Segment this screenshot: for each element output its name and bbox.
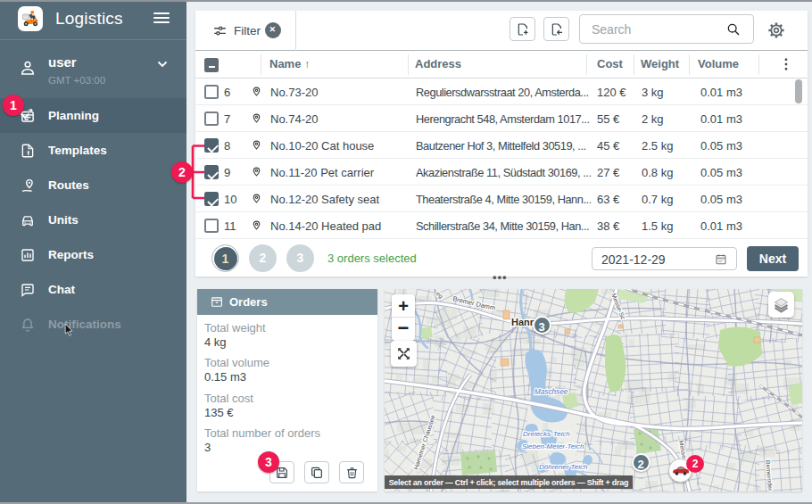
svg-text:Döhrener Teich: Döhrener Teich — [539, 463, 588, 471]
svg-text:Sieben-Meter-Teich: Sieben-Meter-Teich — [522, 442, 584, 450]
svg-text:Maschsee: Maschsee — [534, 388, 568, 396]
svg-text:Dreiecks-Teich: Dreiecks-Teich — [523, 430, 570, 438]
